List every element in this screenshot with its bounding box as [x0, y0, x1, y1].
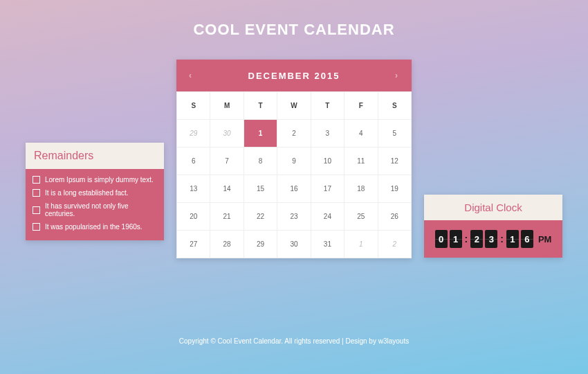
weekday-header: M: [210, 92, 244, 120]
list-item[interactable]: It is a long established fact.: [33, 186, 157, 199]
calendar-day[interactable]: 1: [244, 120, 277, 148]
calendar-day[interactable]: 6: [177, 148, 210, 175]
calendar-day[interactable]: 2: [277, 120, 311, 148]
checkbox-icon[interactable]: [33, 189, 40, 197]
weekday-header: S: [177, 92, 210, 120]
calendar-day[interactable]: 20: [177, 203, 210, 231]
calendar-day[interactable]: 11: [344, 148, 378, 175]
calendar-day[interactable]: 3: [311, 120, 344, 148]
next-month-button[interactable]: ›: [392, 68, 402, 83]
calendar-day[interactable]: 1: [344, 231, 378, 258]
clock-digit: 0: [435, 230, 448, 248]
clock-colon: :: [499, 233, 504, 244]
calendar-day[interactable]: 31: [311, 231, 344, 258]
calendar-week: 6789101112: [177, 148, 412, 175]
calendar-day[interactable]: 5: [378, 120, 411, 148]
clock-digit: 3: [485, 230, 497, 248]
calendar-day[interactable]: 17: [311, 175, 344, 203]
clock-digit: 2: [470, 230, 483, 248]
clock-digit: 1: [506, 230, 519, 248]
clock-ampm: PM: [538, 234, 552, 244]
calendar-panel: ‹ December 2015 › SMTWTFS 29301234567891…: [176, 60, 412, 258]
clock-panel: Digital Clock 0 1 : 2 3 : 1 6 PM: [424, 195, 562, 258]
calendar-day[interactable]: 24: [311, 203, 344, 231]
calendar-day[interactable]: 14: [210, 175, 244, 203]
remainders-title: Remainders: [26, 143, 164, 169]
calendar-day[interactable]: 21: [210, 203, 244, 231]
weekday-header: W: [277, 92, 311, 120]
clock-digit: 1: [450, 230, 462, 248]
checkbox-icon[interactable]: [33, 206, 40, 214]
calendar-day[interactable]: 4: [344, 120, 378, 148]
checkbox-icon[interactable]: [33, 176, 40, 184]
calendar-body: 2930123456789101112131415161718192021222…: [177, 120, 412, 258]
clock-title: Digital Clock: [424, 195, 562, 220]
calendar-day[interactable]: 22: [244, 203, 277, 231]
calendar-day[interactable]: 30: [210, 120, 244, 148]
weekday-header: S: [378, 92, 411, 120]
calendar-week: 20212223242526: [177, 203, 412, 231]
calendar-week: 13141516171819: [177, 175, 412, 203]
clock-body: 0 1 : 2 3 : 1 6 PM: [424, 220, 562, 258]
calendar-day[interactable]: 29: [244, 231, 277, 258]
list-item[interactable]: Lorem Ipsum is simply dummy text.: [33, 173, 157, 186]
calendar-day[interactable]: 15: [244, 175, 277, 203]
calendar-day[interactable]: 18: [344, 175, 378, 203]
calendar-grid: SMTWTFS 29301234567891011121314151617181…: [176, 91, 412, 258]
calendar-day[interactable]: 12: [378, 148, 411, 175]
calendar-day[interactable]: 27: [177, 231, 210, 258]
list-item[interactable]: It has survived not only five centuries.: [33, 199, 157, 220]
main-content: Remainders Lorem Ipsum is simply dummy t…: [0, 60, 588, 258]
calendar-day[interactable]: 19: [378, 175, 411, 203]
remainder-text: It is a long established fact.: [45, 189, 129, 197]
calendar-day[interactable]: 8: [244, 148, 277, 175]
calendar-day[interactable]: 23: [277, 203, 311, 231]
weekday-header: T: [311, 92, 344, 120]
calendar-weekdays: SMTWTFS: [177, 92, 412, 120]
footer: Copyright © Cool Event Calendar. All rig…: [0, 337, 588, 345]
footer-link[interactable]: w3layouts: [378, 337, 409, 345]
calendar-week: 272829303112: [177, 231, 412, 258]
calendar-day[interactable]: 7: [210, 148, 244, 175]
footer-copyright: Copyright © Cool Event Calendar. All rig…: [179, 337, 378, 345]
page-title: COOL EVENT CALENDAR: [0, 0, 588, 39]
calendar-day[interactable]: 28: [210, 231, 244, 258]
calendar-day[interactable]: 2: [378, 231, 411, 258]
calendar-header: ‹ December 2015 ›: [176, 60, 412, 91]
remainder-text: Lorem Ipsum is simply dummy text.: [45, 176, 154, 184]
remainder-text: It has survived not only five centuries.: [45, 202, 157, 217]
calendar-day[interactable]: 10: [311, 148, 344, 175]
calendar-day[interactable]: 29: [177, 120, 210, 148]
prev-month-button[interactable]: ‹: [186, 68, 196, 83]
list-item[interactable]: It was popularised in the 1960s.: [33, 220, 157, 233]
weekday-header: T: [244, 92, 277, 120]
calendar-day[interactable]: 9: [277, 148, 311, 175]
clock-digit: 6: [521, 230, 533, 248]
calendar-day[interactable]: 30: [277, 231, 311, 258]
remainder-text: It was popularised in the 1960s.: [45, 223, 143, 231]
calendar-week: 293012345: [177, 120, 412, 148]
remainders-panel: Remainders Lorem Ipsum is simply dummy t…: [26, 143, 164, 240]
calendar-day[interactable]: 16: [277, 175, 311, 203]
clock-colon: :: [464, 233, 469, 244]
month-label: December 2015: [248, 71, 340, 81]
remainders-list: Lorem Ipsum is simply dummy text. It is …: [26, 169, 164, 240]
calendar-day[interactable]: 25: [344, 203, 378, 231]
weekday-header: F: [344, 92, 378, 120]
checkbox-icon[interactable]: [33, 223, 40, 231]
calendar-day[interactable]: 13: [177, 175, 210, 203]
calendar-day[interactable]: 26: [378, 203, 411, 231]
